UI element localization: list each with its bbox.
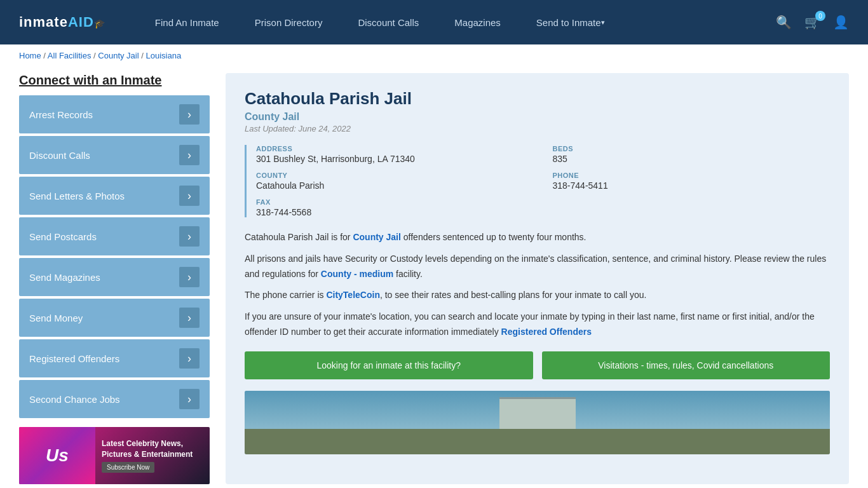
visitations-button[interactable]: Visitations - times, rules, Covid cancel… — [542, 351, 831, 379]
facility-info-grid: ADDRESS 301 Bushley St, Harrisonburg, LA… — [245, 145, 830, 217]
beds-label: BEDS — [553, 145, 831, 152]
info-county: COUNTY Catahoula Parish — [256, 172, 534, 191]
phone-label: PHONE — [553, 172, 831, 179]
desc-para-1: Catahoula Parish Jail is for County Jail… — [245, 230, 830, 245]
ad-brand: Us — [19, 427, 95, 484]
fax-label: FAX — [256, 198, 534, 206]
sidebar-item-label: Send Money — [29, 313, 83, 323]
sidebar-item-label: Arrest Records — [29, 109, 93, 120]
photo-building — [499, 397, 576, 429]
user-icon[interactable]: 👤 — [833, 15, 849, 30]
sidebar-item-second-chance-jobs[interactable]: Second Chance Jobs › — [19, 380, 210, 418]
ad-content: Latest Celebrity News, Pictures & Entert… — [95, 433, 210, 478]
sidebar-item-send-postcards[interactable]: Send Postcards › — [19, 217, 210, 255]
facility-title: Catahoula Parish Jail — [245, 89, 830, 109]
sidebar-arrow-arrest-records: › — [179, 104, 200, 125]
desc-para-2: All prisons and jails have Security or C… — [245, 252, 830, 282]
cart-badge: 0 — [815, 11, 825, 21]
nav-send-to-inmate[interactable]: Send to Inmate — [519, 0, 623, 44]
find-inmate-button[interactable]: Looking for an inmate at this facility? — [245, 351, 533, 379]
sidebar-item-send-letters[interactable]: Send Letters & Photos › — [19, 177, 210, 215]
county-label: COUNTY — [256, 172, 534, 179]
info-beds: BEDS 835 — [553, 145, 831, 164]
action-buttons: Looking for an inmate at this facility? … — [245, 351, 830, 379]
sidebar-arrow-send-letters: › — [179, 186, 200, 206]
sidebar-item-label: Send Magazines — [29, 272, 100, 283]
sidebar-item-discount-calls[interactable]: Discount Calls › — [19, 136, 210, 174]
facility-photo — [245, 391, 830, 454]
breadcrumb-county-jail[interactable]: County Jail — [98, 51, 139, 60]
facility-description: Catahoula Parish Jail is for County Jail… — [245, 230, 830, 340]
cart-icon[interactable]: 🛒 0 — [804, 15, 820, 30]
search-icon[interactable]: 🔍 — [776, 15, 792, 30]
breadcrumb: Home / All Facilities / County Jail / Lo… — [0, 44, 868, 67]
county-value: Catahoula Parish — [256, 180, 534, 191]
nav-prison-directory[interactable]: Prison Directory — [237, 0, 341, 44]
city-telecoin-link[interactable]: CityTeleCoin — [326, 290, 380, 300]
breadcrumb-louisiana[interactable]: Louisiana — [146, 51, 181, 60]
content-panel: Catahoula Parish Jail County Jail Last U… — [226, 73, 849, 484]
photo-ground — [245, 429, 830, 454]
fax-value: 318-744-5568 — [256, 207, 534, 217]
sidebar-item-registered-offenders[interactable]: Registered Offenders › — [19, 339, 210, 377]
address-label: ADDRESS — [256, 145, 534, 152]
sidebar-arrow-discount-calls: › — [179, 145, 200, 165]
desc-para-4: If you are unsure of your inmate's locat… — [245, 309, 830, 340]
sidebar-item-send-money[interactable]: Send Money › — [19, 299, 210, 337]
sidebar-arrow-send-money: › — [179, 308, 200, 328]
facility-subtitle: County Jail — [245, 111, 830, 123]
info-fax: FAX 318-744-5568 — [256, 198, 534, 217]
ad-title: Latest Celebrity News, Pictures & Entert… — [102, 438, 203, 460]
logo-text: inmateAID🎓 — [19, 14, 105, 30]
sidebar-arrow-registered-offenders: › — [179, 348, 200, 369]
sidebar-item-arrest-records[interactable]: Arrest Records › — [19, 95, 210, 133]
sidebar-menu: Arrest Records › Discount Calls › Send L… — [19, 95, 210, 418]
info-phone: PHONE 318-744-5411 — [553, 172, 831, 191]
registered-offenders-link[interactable]: Registered Offenders — [501, 327, 592, 337]
logo[interactable]: inmateAID🎓 — [19, 14, 105, 30]
breadcrumb-all-facilities[interactable]: All Facilities — [48, 51, 92, 60]
phone-value: 318-744-5411 — [553, 180, 831, 191]
county-jail-link[interactable]: County Jail — [353, 232, 400, 242]
beds-value: 835 — [553, 154, 831, 164]
breadcrumb-home[interactable]: Home — [19, 51, 41, 60]
ad-subscribe-button[interactable]: Subscribe Now — [102, 462, 154, 473]
address-value: 301 Bushley St, Harrisonburg, LA 71340 — [256, 154, 534, 164]
sidebar-arrow-second-chance-jobs: › — [179, 389, 200, 409]
nav-magazines[interactable]: Magazines — [437, 0, 519, 44]
sidebar-arrow-send-magazines: › — [179, 267, 200, 287]
facility-updated: Last Updated: June 24, 2022 — [245, 124, 830, 133]
header: inmateAID🎓 Find An Inmate Prison Directo… — [0, 0, 868, 44]
nav-discount-calls[interactable]: Discount Calls — [340, 0, 437, 44]
county-medium-link[interactable]: County - medium — [321, 269, 393, 279]
sidebar-item-send-magazines[interactable]: Send Magazines › — [19, 258, 210, 296]
sidebar-title: Connect with an Inmate — [19, 73, 210, 88]
main-nav: Find An Inmate Prison Directory Discount… — [137, 0, 757, 44]
sidebar-arrow-send-postcards: › — [179, 226, 200, 247]
sidebar-item-label: Second Chance Jobs — [29, 394, 120, 405]
desc-para-3: The phone carrier is CityTeleCoin, to se… — [245, 288, 830, 303]
ad-banner[interactable]: Us Latest Celebrity News, Pictures & Ent… — [19, 427, 210, 484]
sidebar-item-label: Send Postcards — [29, 231, 97, 242]
header-icons: 🔍 🛒 0 👤 — [776, 15, 849, 30]
sidebar-item-label: Registered Offenders — [29, 353, 119, 364]
info-address: ADDRESS 301 Bushley St, Harrisonburg, LA… — [256, 145, 534, 164]
sidebar-item-label: Discount Calls — [29, 150, 90, 161]
sidebar-item-label: Send Letters & Photos — [29, 191, 125, 201]
main-container: Connect with an Inmate Arrest Records › … — [0, 67, 868, 488]
sidebar: Connect with an Inmate Arrest Records › … — [19, 73, 210, 484]
nav-find-inmate[interactable]: Find An Inmate — [137, 0, 237, 44]
